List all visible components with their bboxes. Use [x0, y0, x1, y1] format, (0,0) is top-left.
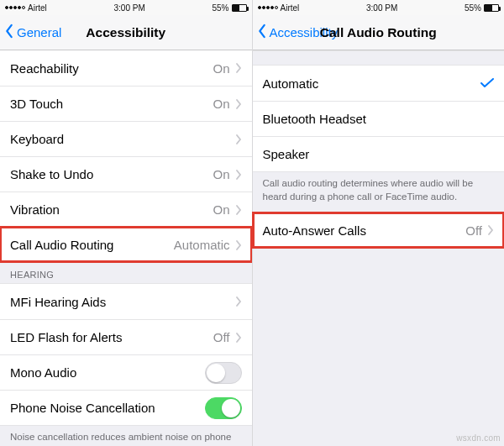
- noise-footnote: Noise cancellation reduces ambient noise…: [0, 425, 252, 446]
- option-speaker[interactable]: Speaker: [253, 136, 505, 171]
- row-mfi-hearing-aids[interactable]: MFi Hearing Aids: [0, 284, 252, 319]
- row-label: LED Flash for Alerts: [10, 330, 122, 344]
- row-vibration[interactable]: Vibration On: [0, 192, 252, 227]
- right-screen: Airtel 3:00 PM 55% Accessibility Call Au…: [252, 0, 505, 446]
- row-label: MFi Hearing Aids: [10, 295, 106, 309]
- chevron-right-icon: [235, 134, 242, 144]
- row-label: Shake to Undo: [10, 167, 93, 181]
- status-bar: Airtel 3:00 PM 55%: [0, 0, 252, 15]
- chevron-right-icon: [235, 333, 242, 343]
- status-time: 3:00 PM: [366, 3, 397, 13]
- status-time: 3:00 PM: [114, 3, 145, 13]
- row-label: Mono Audio: [10, 365, 76, 380]
- row-label: 3D Touch: [10, 97, 63, 111]
- row-value: On: [213, 202, 229, 217]
- back-label: Accessibility: [270, 25, 339, 39]
- row-label: Vibration: [10, 202, 60, 217]
- option-label: Automatic: [263, 76, 319, 91]
- row-keyboard[interactable]: Keyboard: [0, 121, 252, 156]
- chevron-left-icon: [3, 24, 15, 41]
- chevron-right-icon: [235, 170, 242, 180]
- chevron-right-icon: [235, 205, 242, 215]
- nav-bar: General Accessibility: [0, 15, 252, 50]
- option-label: Bluetooth Headset: [263, 112, 366, 126]
- row-mono-audio[interactable]: Mono Audio: [0, 354, 252, 390]
- row-reachability[interactable]: Reachability On: [0, 50, 252, 86]
- row-value: Off: [465, 223, 482, 238]
- row-3d-touch[interactable]: 3D Touch On: [0, 86, 252, 121]
- section-gap: [253, 50, 505, 66]
- empty-area: [253, 248, 505, 446]
- row-label: Auto-Answer Calls: [263, 223, 366, 238]
- row-label: Call Audio Routing: [10, 238, 113, 252]
- chevron-right-icon: [235, 63, 242, 73]
- row-value: Automatic: [174, 238, 230, 252]
- status-bar: Airtel 3:00 PM 55%: [253, 0, 505, 15]
- back-label: General: [17, 25, 61, 39]
- chevron-right-icon: [235, 296, 242, 307]
- battery-percent: 55%: [465, 3, 481, 13]
- signal-icon: [5, 6, 25, 9]
- row-auto-answer-calls[interactable]: Auto-Answer Calls Off: [253, 213, 505, 248]
- chevron-left-icon: [256, 24, 268, 41]
- row-label: Reachability: [10, 61, 79, 76]
- row-value: On: [213, 61, 229, 76]
- carrier-label: Airtel: [28, 3, 47, 13]
- chevron-right-icon: [235, 99, 242, 109]
- checkmark-icon: [480, 78, 494, 88]
- option-automatic[interactable]: Automatic: [253, 66, 505, 101]
- carrier-label: Airtel: [281, 3, 300, 13]
- row-phone-noise-cancellation[interactable]: Phone Noise Cancellation: [0, 390, 252, 425]
- battery-icon: [232, 4, 247, 12]
- signal-icon: [258, 6, 278, 9]
- row-led-flash[interactable]: LED Flash for Alerts Off: [0, 319, 252, 354]
- row-label: Keyboard: [10, 132, 64, 146]
- row-call-audio-routing[interactable]: Call Audio Routing Automatic: [0, 227, 252, 262]
- toggle-mono-audio[interactable]: [205, 362, 242, 384]
- chevron-right-icon: [487, 225, 494, 235]
- battery-percent: 55%: [212, 3, 228, 13]
- watermark: wsxdn.com: [456, 433, 501, 443]
- routing-footnote: Call audio routing determines where audi…: [253, 171, 505, 213]
- row-value: On: [213, 167, 229, 181]
- section-header-hearing: HEARING: [0, 262, 252, 284]
- battery-icon: [484, 4, 499, 12]
- row-label: Phone Noise Cancellation: [10, 401, 155, 415]
- left-screen: Airtel 3:00 PM 55% General Accessibility…: [0, 0, 252, 446]
- option-label: Speaker: [263, 147, 310, 161]
- back-button[interactable]: Accessibility: [253, 24, 339, 41]
- row-value: Off: [213, 330, 230, 344]
- toggle-noise-cancellation[interactable]: [205, 397, 242, 419]
- row-value: On: [213, 97, 229, 111]
- option-bluetooth-headset[interactable]: Bluetooth Headset: [253, 101, 505, 136]
- chevron-right-icon: [235, 240, 242, 250]
- nav-bar: Accessibility Call Audio Routing: [253, 15, 505, 50]
- back-button[interactable]: General: [0, 24, 61, 41]
- row-shake-to-undo[interactable]: Shake to Undo On: [0, 156, 252, 192]
